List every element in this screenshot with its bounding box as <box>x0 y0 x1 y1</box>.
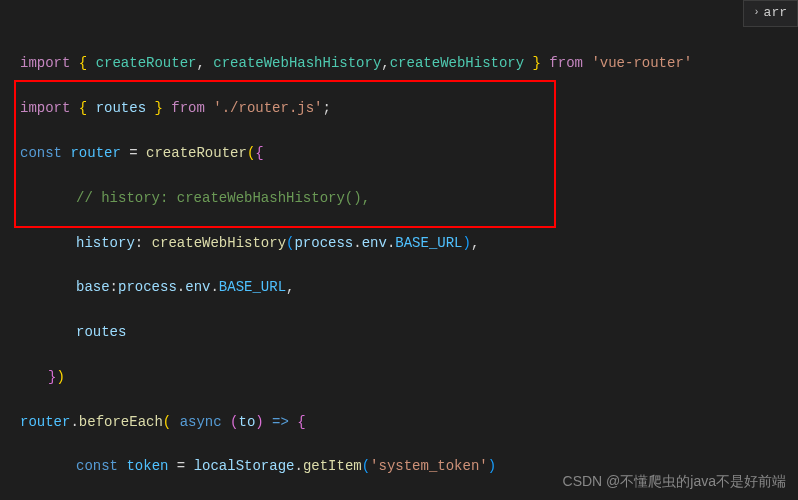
identifier[interactable]: createWebHashHistory <box>213 55 381 71</box>
code-line: routes <box>20 321 778 343</box>
code-line: history: createWebHistory(process.env.BA… <box>20 232 778 254</box>
code-line: base:process.env.BASE_URL, <box>20 276 778 298</box>
code-line: import { routes } from './router.js'; <box>20 97 778 119</box>
code-line: }) <box>20 366 778 388</box>
code-editor[interactable]: import { createRouter, createWebHashHist… <box>0 0 798 500</box>
code-line: import { createRouter, createWebHashHist… <box>20 52 778 74</box>
code-line: const router = createRouter({ <box>20 142 778 164</box>
watermark: CSDN @不懂爬虫的java不是好前端 <box>563 470 786 492</box>
code-line: // history: createWebHashHistory(), <box>20 187 778 209</box>
identifier[interactable]: createRouter <box>96 55 197 71</box>
identifier[interactable]: createWebHistory <box>390 55 524 71</box>
code-line: router.beforeEach( async (to) => { <box>20 411 778 433</box>
